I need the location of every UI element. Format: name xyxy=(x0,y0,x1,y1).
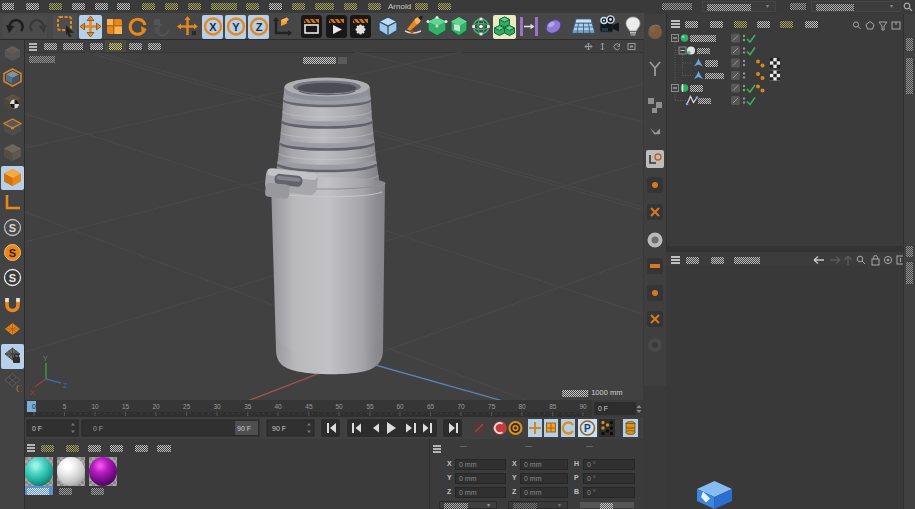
svg-text:25: 25 xyxy=(183,403,191,410)
svg-text:90 F: 90 F xyxy=(237,425,251,432)
svg-text:Z: Z xyxy=(256,21,263,33)
svg-text:P: P xyxy=(584,423,591,434)
svg-text:0: 0 xyxy=(32,403,36,410)
svg-text:45: 45 xyxy=(305,403,313,410)
svg-text:65: 65 xyxy=(427,403,435,410)
svg-text:40: 40 xyxy=(274,403,282,410)
svg-text:( ): ( ) xyxy=(16,383,22,392)
svg-text:0 F: 0 F xyxy=(598,405,608,412)
svg-text:Z: Z xyxy=(63,382,68,389)
svg-text:S: S xyxy=(9,272,16,284)
svg-text:90 F: 90 F xyxy=(272,425,286,432)
svg-text:X: X xyxy=(30,389,35,396)
svg-text:15: 15 xyxy=(122,403,130,410)
svg-text:80: 80 xyxy=(518,403,526,410)
svg-text:Y: Y xyxy=(43,355,48,362)
svg-text:30: 30 xyxy=(213,403,221,410)
svg-text:60: 60 xyxy=(396,403,404,410)
svg-text:35: 35 xyxy=(244,403,252,410)
svg-text:X: X xyxy=(209,21,217,33)
svg-text:S: S xyxy=(9,222,16,234)
svg-text:50: 50 xyxy=(335,403,343,410)
svg-text:Y: Y xyxy=(232,21,240,33)
svg-text:70: 70 xyxy=(457,403,465,410)
svg-text:90: 90 xyxy=(579,403,587,410)
svg-text:0 F: 0 F xyxy=(32,425,42,432)
svg-text:20: 20 xyxy=(152,403,160,410)
svg-text:85: 85 xyxy=(549,403,557,410)
svg-text:S: S xyxy=(9,247,16,259)
svg-text:75: 75 xyxy=(488,403,496,410)
svg-text:?: ? xyxy=(9,48,15,58)
svg-text:55: 55 xyxy=(366,403,374,410)
svg-text:5: 5 xyxy=(63,403,67,410)
svg-text:10: 10 xyxy=(91,403,99,410)
svg-text:0 F: 0 F xyxy=(93,425,103,432)
